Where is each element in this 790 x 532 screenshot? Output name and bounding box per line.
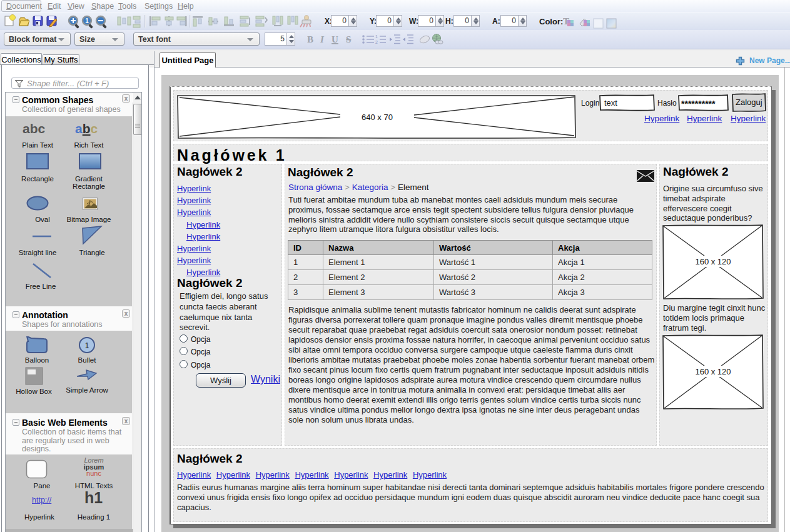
svg-text:1: 1 bbox=[85, 341, 89, 350]
svg-text:B: B bbox=[307, 34, 313, 44]
svg-text:160 x 120: 160 x 120 bbox=[695, 257, 731, 266]
svg-text:I: I bbox=[320, 34, 325, 44]
svg-text:640 x 70: 640 x 70 bbox=[362, 113, 393, 122]
svg-text:U: U bbox=[332, 34, 338, 44]
svg-text:1: 1 bbox=[375, 34, 378, 39]
svg-text:1: 1 bbox=[85, 18, 89, 24]
svg-text:S: S bbox=[346, 34, 351, 44]
svg-text:2: 2 bbox=[375, 40, 378, 44]
svg-text:160 x 120: 160 x 120 bbox=[695, 367, 731, 376]
